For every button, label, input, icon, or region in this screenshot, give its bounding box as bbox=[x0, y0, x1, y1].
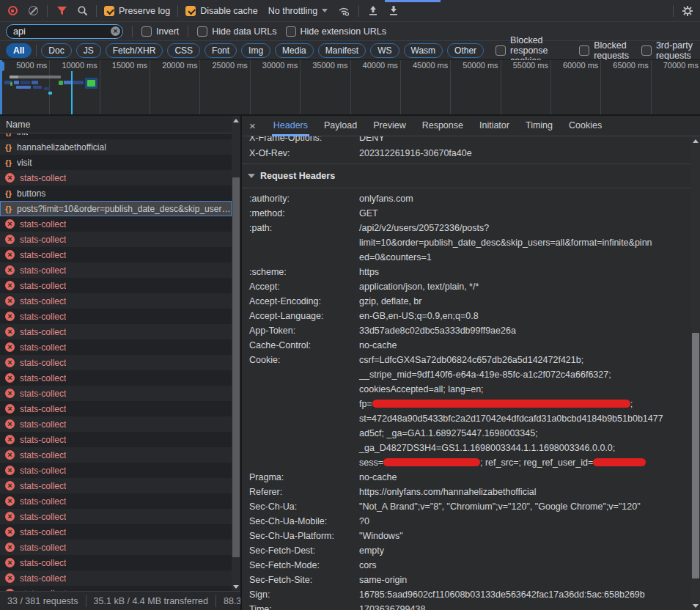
request-row[interactable]: stats-collect bbox=[0, 293, 232, 309]
scrollbar-thumb[interactable] bbox=[232, 177, 240, 557]
request-row[interactable]: stats-collect bbox=[0, 416, 232, 432]
header-row: Referer:https://onlyfans.com/hannaheliza… bbox=[242, 485, 691, 499]
3rd-party-requests-checkbox[interactable]: 3rd-party requests bbox=[641, 40, 694, 61]
clear-button[interactable] bbox=[26, 4, 40, 18]
header-value: cors bbox=[359, 558, 691, 573]
request-row[interactable]: {}visit bbox=[0, 155, 232, 170]
hide-extension-urls-checkbox[interactable]: Hide extension URLs bbox=[286, 26, 386, 37]
request-row[interactable]: {}buttons bbox=[0, 185, 232, 201]
request-row[interactable]: {}posts?limit=10&order=publish_date_desc… bbox=[0, 201, 232, 216]
request-headers-section-header[interactable]: Request Headers bbox=[242, 167, 691, 185]
checkbox-unchecked-icon[interactable] bbox=[141, 26, 152, 37]
scrollbar-thumb[interactable] bbox=[692, 333, 699, 578]
disclosure-triangle-icon[interactable] bbox=[248, 174, 255, 178]
checkbox-checked-icon[interactable] bbox=[104, 6, 114, 16]
request-row[interactable]: stats-collect bbox=[0, 339, 232, 355]
filter-pill-font[interactable]: Font bbox=[205, 43, 237, 58]
request-row[interactable]: stats-collect bbox=[0, 278, 232, 293]
disable-cache-checkbox[interactable]: Disable cache bbox=[185, 6, 258, 16]
settings-gear-icon[interactable] bbox=[681, 4, 694, 18]
request-row[interactable]: {}hannahelizabethofficial bbox=[0, 139, 232, 155]
checkbox-checked-icon[interactable] bbox=[185, 6, 196, 16]
checkbox-unchecked-icon[interactable] bbox=[641, 45, 652, 56]
request-row[interactable]: stats-collect bbox=[0, 586, 232, 591]
checkbox-unchecked-icon[interactable] bbox=[197, 26, 207, 37]
request-row[interactable]: stats-collect bbox=[0, 509, 232, 524]
timeline-tick-label: 10000 ms bbox=[50, 61, 97, 70]
header-name: :scheme: bbox=[242, 265, 359, 279]
filter-pill-css[interactable]: CSS bbox=[167, 43, 200, 58]
request-row[interactable]: stats-collect bbox=[0, 432, 232, 447]
filter-pill-js[interactable]: JS bbox=[76, 43, 101, 58]
hide-data-urls-checkbox[interactable]: Hide data URLs bbox=[197, 26, 276, 37]
tab-timing[interactable]: Timing bbox=[526, 116, 553, 136]
scroll-up-icon[interactable] bbox=[691, 136, 700, 145]
checkbox-unchecked-icon[interactable] bbox=[286, 26, 296, 37]
clear-filter-icon[interactable]: × bbox=[111, 26, 120, 36]
tab-preview[interactable]: Preview bbox=[373, 116, 405, 136]
request-row[interactable]: stats-collect bbox=[0, 216, 232, 232]
request-row[interactable]: stats-collect bbox=[0, 232, 232, 247]
search-icon[interactable] bbox=[75, 4, 89, 18]
request-row[interactable]: stats-collect bbox=[0, 370, 232, 386]
request-row[interactable]: stats-collect bbox=[0, 355, 232, 370]
filter-pill-media[interactable]: Media bbox=[275, 43, 314, 58]
filter-pill-fetch-xhr[interactable]: Fetch/XHR bbox=[106, 43, 163, 58]
checkbox-unchecked-icon[interactable] bbox=[579, 45, 589, 56]
header-row: Sec-Ch-Ua-Mobile:?0 bbox=[242, 514, 691, 529]
tab-payload[interactable]: Payload bbox=[324, 116, 357, 136]
request-row[interactable]: stats-collect bbox=[0, 447, 232, 463]
request-row[interactable]: {}init bbox=[0, 133, 232, 139]
section-title: Request Headers bbox=[260, 171, 335, 181]
timeline-overview[interactable]: 5000 ms10000 ms15000 ms20000 ms25000 ms3… bbox=[0, 60, 700, 116]
request-list-scrollbar[interactable] bbox=[232, 116, 240, 591]
scroll-down-icon[interactable] bbox=[232, 582, 240, 591]
request-row[interactable]: stats-collect bbox=[0, 386, 232, 401]
timeline-tick-label: 60000 ms bbox=[551, 61, 598, 70]
tab-headers[interactable]: Headers bbox=[273, 116, 308, 136]
tab-cookies[interactable]: Cookies bbox=[569, 116, 602, 136]
tab-response[interactable]: Response bbox=[422, 116, 463, 136]
overview-window-handle-nub[interactable] bbox=[0, 62, 4, 71]
request-name: stats-collect bbox=[20, 466, 66, 476]
request-row[interactable]: stats-collect bbox=[0, 555, 232, 570]
request-row[interactable]: stats-collect bbox=[0, 463, 232, 478]
filter-pill-manifest[interactable]: Manifest bbox=[318, 43, 366, 58]
filter-input[interactable] bbox=[6, 24, 123, 39]
timeline-column: 25000 ms bbox=[200, 60, 250, 114]
request-row[interactable]: stats-collect bbox=[0, 570, 232, 586]
tab-initiator[interactable]: Initiator bbox=[479, 116, 509, 136]
scroll-down-icon[interactable] bbox=[691, 601, 700, 610]
record-button[interactable] bbox=[6, 4, 19, 18]
throttling-dropdown[interactable]: No throttling bbox=[265, 4, 331, 18]
details-scrollbar[interactable] bbox=[691, 136, 700, 610]
blocked-requests-checkbox[interactable]: Blocked requests bbox=[579, 40, 630, 61]
preserve-log-checkbox[interactable]: Preserve log bbox=[104, 6, 170, 16]
request-row[interactable]: stats-collect bbox=[0, 262, 232, 278]
header-row: Accept:application/json, text/plain, */* bbox=[242, 279, 691, 294]
scroll-up-icon[interactable] bbox=[232, 116, 240, 125]
filter-toggle-icon[interactable] bbox=[55, 4, 68, 18]
request-row[interactable]: stats-collect bbox=[0, 540, 232, 555]
invert-checkbox[interactable]: Invert bbox=[141, 26, 179, 37]
checkbox-unchecked-icon[interactable] bbox=[495, 45, 506, 56]
filter-pill-doc[interactable]: Doc bbox=[41, 43, 71, 58]
filter-pill-other[interactable]: Other bbox=[447, 43, 484, 58]
request-row[interactable]: stats-collect bbox=[0, 247, 232, 262]
request-row[interactable]: stats-collect bbox=[0, 309, 232, 324]
request-row[interactable]: stats-collect bbox=[0, 170, 232, 185]
filter-pill-ws[interactable]: WS bbox=[370, 43, 399, 58]
close-icon[interactable]: × bbox=[249, 120, 256, 131]
filter-pill-wasm[interactable]: Wasm bbox=[404, 43, 443, 58]
filter-pill-img[interactable]: Img bbox=[241, 43, 270, 58]
import-har-icon[interactable] bbox=[366, 4, 380, 18]
request-row[interactable]: stats-collect bbox=[0, 401, 232, 416]
request-row[interactable]: stats-collect bbox=[0, 524, 232, 540]
filter-pill-all[interactable]: All bbox=[6, 43, 32, 58]
export-har-icon[interactable] bbox=[387, 4, 400, 18]
network-conditions-icon[interactable] bbox=[338, 4, 351, 18]
request-row[interactable]: stats-collect bbox=[0, 324, 232, 339]
name-column-header[interactable]: Name bbox=[0, 116, 240, 133]
request-row[interactable]: stats-collect bbox=[0, 493, 232, 509]
request-row[interactable]: stats-collect bbox=[0, 478, 232, 493]
